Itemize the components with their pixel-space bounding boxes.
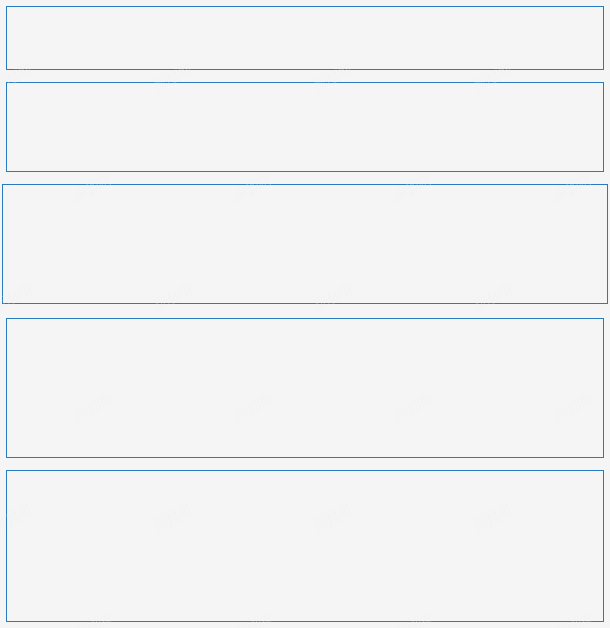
frame-box-1 (6, 6, 604, 70)
frame-box-3 (2, 184, 608, 304)
frame-box-4 (6, 318, 604, 458)
canvas: 新图网新图网新图网新图网新图网新图网新图网新图网新图网新图网新图网新图网新图网新… (0, 0, 610, 628)
frame-box-5 (6, 470, 604, 622)
frame-box-2 (6, 82, 604, 172)
